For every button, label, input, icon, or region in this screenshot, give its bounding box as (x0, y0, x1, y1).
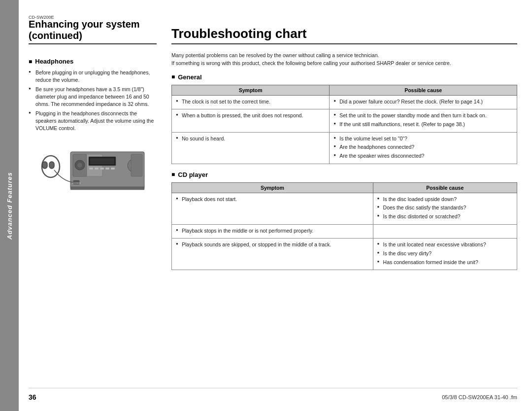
cd-row-1: Playback does not start. Is the disc loa… (172, 193, 517, 224)
intro-paragraph: Many potential problems can be resolved … (171, 52, 517, 68)
cd-player-table: Symptom Possible cause Playback does not… (171, 182, 517, 271)
svg-rect-19 (42, 162, 47, 169)
general-row-1: The clock is not set to the correct time… (172, 95, 517, 109)
general-symptom-3a: No sound is heard. (176, 135, 325, 142)
cd-player-heading: CD player (171, 171, 517, 178)
general-col1-header: Symptom (172, 85, 330, 95)
general-symptom-2a: When a button is pressed, the unit does … (176, 112, 325, 119)
cd-cause-3c: Has condensation formed inside the unit? (377, 259, 513, 266)
general-cause-3c: Are the speaker wires disconnected? (333, 152, 513, 160)
svg-rect-14 (131, 154, 142, 176)
right-column: Many potential problems can be resolved … (171, 52, 517, 388)
general-row-2: When a button is pressed, the unit does … (172, 109, 517, 132)
cd-cause-1b: Does the disc satisfy the standards? (377, 204, 513, 211)
headphone-bullet-2: Be sure your headphones have a 3.5 mm (1… (29, 86, 157, 107)
model-number: CD-SW200E (29, 15, 54, 20)
cd-row-3-symptom: Playback sounds are skipped, or stopped … (172, 239, 373, 270)
page-footer: 36 05/3/8 CD-SW200EA 31-40 .fm (29, 388, 517, 401)
cd-symptom-3a: Playback sounds are skipped, or stopped … (176, 241, 369, 248)
general-cause-3a: Is the volume level set to "0"? (333, 135, 513, 142)
headphones-heading: Headphones (29, 58, 157, 65)
general-cause-3b: Are the headphones connected? (333, 143, 513, 151)
svg-rect-9 (100, 168, 104, 170)
page: Advanced Features CD-SW200E Enhancing yo… (0, 0, 532, 411)
page-number: 36 (29, 393, 36, 401)
svg-rect-10 (105, 168, 109, 170)
left-column: Headphones Before plugging in or unplugg… (29, 52, 157, 388)
general-col2-header: Possible cause (330, 85, 517, 95)
cd-row-3: Playback sounds are skipped, or stopped … (172, 239, 517, 270)
general-table: Symptom Possible cause The clock is not … (171, 85, 517, 164)
headers-row: Enhancing your system (continued) Troubl… (29, 19, 517, 44)
sidebar-label: Advanced Features (6, 172, 13, 240)
general-heading: General (171, 73, 517, 81)
svg-rect-8 (95, 168, 99, 170)
general-cause-2b: If the unit still malfunctions, reset it… (333, 121, 513, 128)
general-row-2-symptom: When a button is pressed, the unit does … (172, 109, 330, 132)
product-image-area: PHONES (29, 139, 157, 199)
cd-row-1-symptom: Playback does not start. (172, 193, 373, 224)
general-row-2-cause: Set the unit to the power standby mode a… (330, 109, 517, 132)
cd-row-2-symptom: Playback stops in the middle or is not p… (172, 224, 373, 239)
cd-row-2: Playback stops in the middle or is not p… (172, 224, 517, 239)
general-row-3-symptom: No sound is heard. (172, 132, 330, 164)
cd-row-1-cause: Is the disc loaded upside down? Does the… (373, 193, 517, 224)
svg-rect-20 (49, 162, 54, 169)
headphone-bullet-1: Before plugging in or unplugging the hea… (29, 69, 157, 83)
product-image: PHONES (36, 142, 149, 196)
general-cause-1a: Did a power failure occur? Reset the clo… (333, 98, 513, 105)
cd-col2-header: Possible cause (373, 182, 517, 193)
svg-rect-11 (111, 168, 115, 170)
right-section-title: Troubleshooting chart (171, 26, 517, 44)
cd-cause-1a: Is the disc loaded upside down? (377, 196, 513, 203)
svg-point-4 (77, 163, 82, 168)
two-columns: Headphones Before plugging in or unplugg… (29, 52, 517, 388)
left-section-title: Enhancing your system (continued) (29, 19, 157, 44)
cd-row-3-cause: Is the unit located near excessive vibra… (373, 239, 517, 270)
svg-rect-7 (89, 168, 93, 170)
general-cause-2a: Set the unit to the power standby mode a… (333, 112, 513, 119)
cd-cause-1c: Is the disc distorted or scratched? (377, 213, 513, 220)
svg-text:PHONES: PHONES (72, 182, 81, 184)
cd-symptom-1a: Playback does not start. (176, 196, 369, 203)
sidebar: Advanced Features (0, 0, 19, 411)
svg-rect-6 (90, 158, 114, 164)
cd-symptom-2a: Playback stops in the middle or is not p… (176, 227, 369, 235)
general-row-1-cause: Did a power failure occur? Reset the clo… (330, 95, 517, 109)
footer-text: 05/3/8 CD-SW200EA 31-40 .fm (442, 394, 517, 400)
general-row-3: No sound is heard. Is the volume level s… (172, 132, 517, 164)
cd-cause-3a: Is the unit located near excessive vibra… (377, 241, 513, 248)
main-content: CD-SW200E Enhancing your system (continu… (19, 0, 532, 411)
cd-col1-header: Symptom (172, 182, 373, 193)
cd-row-2-cause (373, 224, 517, 239)
general-row-3-cause: Is the volume level set to "0"? Are the … (330, 132, 517, 164)
headphone-bullet-3: Plugging in the headphones disconnects t… (29, 110, 157, 132)
cd-cause-3b: Is the disc very dirty? (377, 250, 513, 257)
general-symptom-1a: The clock is not set to the correct time… (176, 98, 325, 105)
svg-rect-15 (70, 187, 144, 190)
headphones-bullets: Before plugging in or unplugging the hea… (29, 69, 157, 132)
general-row-1-symptom: The clock is not set to the correct time… (172, 95, 330, 109)
